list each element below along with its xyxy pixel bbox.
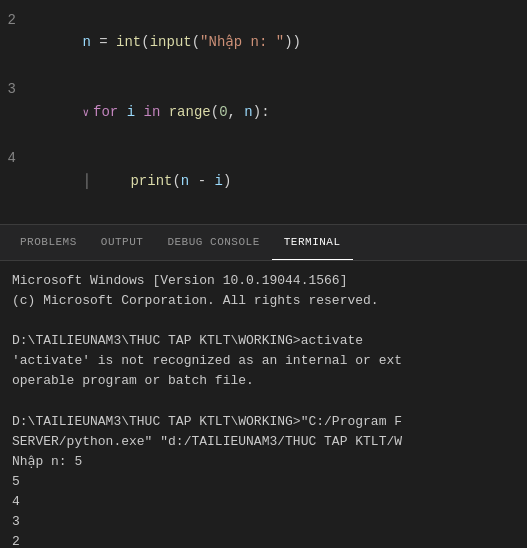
code-token: range xyxy=(169,104,211,120)
line-content: │ print(n - i) xyxy=(32,147,231,214)
code-token: = xyxy=(91,34,116,50)
code-token: print xyxy=(130,173,172,189)
code-token: i xyxy=(214,173,222,189)
indent-guide: │ xyxy=(82,173,90,189)
terminal-line: 2 xyxy=(12,532,515,548)
code-line-2: 2 n = int(input("Nhập n: ")) xyxy=(0,8,527,77)
terminal-line: D:\TAILIEUNAM3\THUC TAP KTLT\WORKING>act… xyxy=(12,331,515,351)
code-token: n xyxy=(82,34,90,50)
terminal-line: (c) Microsoft Corporation. All rights re… xyxy=(12,291,515,311)
tab-debug-console[interactable]: DEBUG CONSOLE xyxy=(155,224,271,260)
terminal-line: 4 xyxy=(12,492,515,512)
code-token: ( xyxy=(192,34,200,50)
code-token: "Nhập n: " xyxy=(200,34,284,50)
line-content: ∨for i in range(0, n): xyxy=(32,78,270,145)
code-token: )) xyxy=(284,34,301,50)
line-content: n = int(input("Nhập n: ")) xyxy=(32,9,301,76)
code-token: ( xyxy=(141,34,149,50)
code-token: n xyxy=(244,104,252,120)
line-number: 2 xyxy=(0,9,32,31)
code-token: i xyxy=(127,104,135,120)
code-token: input xyxy=(150,34,192,50)
line-number: 4 xyxy=(0,147,32,169)
code-token xyxy=(160,104,168,120)
code-token: for xyxy=(93,104,118,120)
code-token: ( xyxy=(172,173,180,189)
code-token: ) xyxy=(223,173,231,189)
code-token xyxy=(118,104,126,120)
code-token: 0 xyxy=(219,104,227,120)
terminal-line: 3 xyxy=(12,512,515,532)
tab-terminal[interactable]: TERMINAL xyxy=(272,224,353,260)
panel-tabs: PROBLEMS OUTPUT DEBUG CONSOLE TERMINAL xyxy=(0,225,527,261)
terminal-line: 'activate' is not recognized as an inter… xyxy=(12,351,515,371)
code-token: , xyxy=(228,104,245,120)
terminal-line: SERVER/python.exe" "d:/TAILIEUNAM3/THUC … xyxy=(12,432,515,452)
code-token: in xyxy=(143,104,160,120)
terminal-line: Microsoft Windows [Version 10.0.19044.15… xyxy=(12,271,515,291)
tab-problems[interactable]: PROBLEMS xyxy=(8,224,89,260)
code-token: - xyxy=(189,173,214,189)
terminal-line: D:\TAILIEUNAM3\THUC TAP KTLT\WORKING>"C:… xyxy=(12,412,515,432)
terminal-line: Nhập n: 5 xyxy=(12,452,515,472)
chevron-down-icon: ∨ xyxy=(82,107,89,119)
code-token: ( xyxy=(211,104,219,120)
terminal-line: 5 xyxy=(12,472,515,492)
tab-output[interactable]: OUTPUT xyxy=(89,224,156,260)
code-editor: 2 n = int(input("Nhập n: ")) 3 ∨for i in… xyxy=(0,0,527,225)
code-line-4: 4 │ print(n - i) xyxy=(0,146,527,215)
code-token: n xyxy=(181,173,189,189)
terminal-line xyxy=(12,391,515,411)
terminal-line: operable program or batch file. xyxy=(12,371,515,391)
line-number: 3 xyxy=(0,78,32,100)
code-line-3: 3 ∨for i in range(0, n): xyxy=(0,77,527,146)
code-token: int xyxy=(116,34,141,50)
code-token: ): xyxy=(253,104,270,120)
code-token xyxy=(97,173,131,189)
terminal-output: Microsoft Windows [Version 10.0.19044.15… xyxy=(0,261,527,548)
terminal-line xyxy=(12,311,515,331)
